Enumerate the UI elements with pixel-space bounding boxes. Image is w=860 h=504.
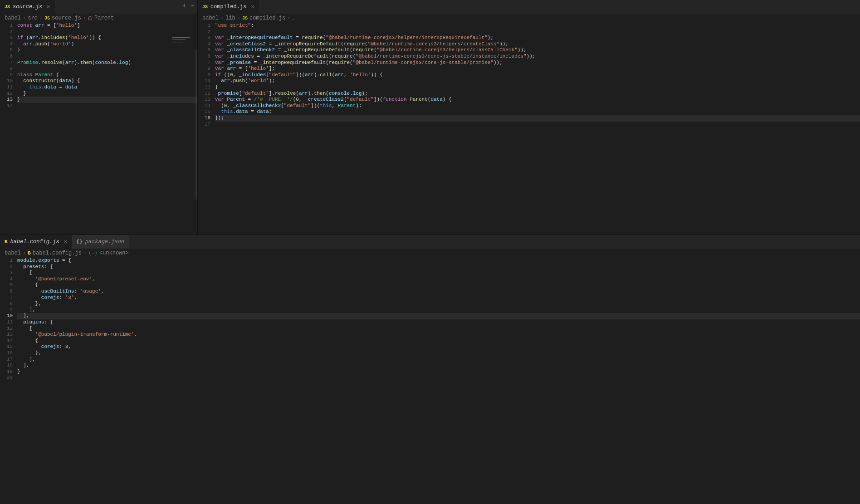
code-line[interactable]: var Parent = /*#__PURE__*/(0, _createCla… xyxy=(215,97,860,103)
code-lines[interactable]: "use strict"; var _interopRequireDefault… xyxy=(215,23,860,235)
code-line[interactable]: ], xyxy=(17,313,860,319)
line-number: 6 xyxy=(0,54,13,60)
tab-package-json[interactable]: {} package.json xyxy=(72,235,129,249)
code-line[interactable] xyxy=(17,66,197,72)
code-area-source[interactable]: 1234567891011121314 const arr = ['hello'… xyxy=(0,23,197,235)
code-area-compiled[interactable]: 1234567891011121314151617 "use strict"; … xyxy=(198,23,860,235)
code-line[interactable]: var _promise = _interopRequireDefault(re… xyxy=(215,60,860,66)
symbol-icon: {·} xyxy=(88,250,98,256)
crumb[interactable]: … xyxy=(292,15,295,21)
crumb[interactable]: babel xyxy=(5,15,21,21)
code-line[interactable]: _promise["default"].resolve(arr).then(co… xyxy=(215,91,860,97)
code-line[interactable]: ], xyxy=(17,362,860,369)
code-line[interactable]: if ((0, _includes["default"])(arr).call(… xyxy=(215,72,860,78)
code-line[interactable] xyxy=(17,375,860,381)
class-icon: ⬡ xyxy=(88,15,93,21)
code-line[interactable]: var arr = ['hello']; xyxy=(215,66,860,72)
line-number: 11 xyxy=(0,319,13,326)
crumb[interactable]: source.js xyxy=(52,15,81,21)
code-line[interactable]: [ xyxy=(17,326,860,332)
line-number: 14 xyxy=(0,103,13,109)
line-number: 9 xyxy=(0,72,13,78)
code-line[interactable]: presets: [ xyxy=(17,264,860,270)
code-line[interactable]: "use strict"; xyxy=(215,23,860,29)
code-line[interactable]: var _createClass2 = _interopRequireDefau… xyxy=(215,41,860,48)
code-line[interactable]: } xyxy=(17,369,860,375)
code-line[interactable]: module.exports = { xyxy=(17,258,860,264)
code-line[interactable]: const arr = ['hello'] xyxy=(17,23,197,29)
scrollbar-thumb[interactable] xyxy=(195,50,197,200)
close-icon[interactable]: × xyxy=(62,239,68,245)
code-line[interactable] xyxy=(215,29,860,35)
code-lines[interactable]: const arr = ['hello'] if (arr.includes('… xyxy=(17,23,197,235)
tab-compiled-js[interactable]: JS compiled.js × xyxy=(198,0,259,14)
close-icon[interactable]: × xyxy=(45,4,50,10)
code-line[interactable]: ], xyxy=(17,307,860,313)
crumb[interactable]: babel xyxy=(202,15,219,21)
code-line[interactable]: arr.push('world') xyxy=(17,41,197,48)
code-line[interactable]: (0, _classCallCheck2["default"])(this, P… xyxy=(215,103,860,109)
gutter: 1234567891011121314151617181920 xyxy=(0,258,17,504)
line-number: 11 xyxy=(198,84,210,91)
code-line[interactable]: useBuiltIns: 'usage', xyxy=(17,289,860,295)
code-line[interactable]: } xyxy=(17,97,197,103)
code-line[interactable]: var _classCallCheck2 = _interopRequireDe… xyxy=(215,47,860,54)
line-number: 13 xyxy=(198,97,210,103)
code-line[interactable]: } xyxy=(215,84,860,91)
code-lines[interactable]: module.exports = { presets: [ [ '@babel/… xyxy=(17,258,860,504)
minimap[interactable] xyxy=(172,37,195,73)
more-icon[interactable]: ⋯ xyxy=(191,2,195,10)
code-area-config[interactable]: 1234567891011121314151617181920 module.e… xyxy=(0,258,860,504)
code-line[interactable] xyxy=(215,122,860,128)
split-right-icon[interactable]: ⫞ xyxy=(182,2,186,10)
code-line[interactable]: }); xyxy=(215,115,860,122)
code-line[interactable]: { xyxy=(17,338,860,344)
crumb[interactable]: compiled.js xyxy=(249,15,285,21)
line-number: 15 xyxy=(198,109,210,115)
close-icon[interactable]: × xyxy=(249,4,254,10)
code-line[interactable]: [ xyxy=(17,270,860,276)
code-line[interactable]: ], xyxy=(17,357,860,363)
code-line[interactable] xyxy=(17,54,197,60)
code-line[interactable]: '@babel/plugin-transform-runtime', xyxy=(17,332,860,338)
code-line[interactable]: }, xyxy=(17,301,860,307)
code-line[interactable]: plugins: [ xyxy=(17,319,860,326)
code-line[interactable]: arr.push('world'); xyxy=(215,78,860,84)
code-line[interactable]: } xyxy=(17,47,197,54)
code-line[interactable]: var _includes = _interopRequireDefault(r… xyxy=(215,54,860,60)
pane-source: JS source.js × ⫞ ⋯ babel› src› JSsource.… xyxy=(0,0,198,235)
crumb[interactable]: babel.config.js xyxy=(33,250,82,256)
breadcrumb-config[interactable]: babel› Bbabel.config.js› {·}<unknown> xyxy=(0,249,860,258)
crumb[interactable]: Parent xyxy=(94,15,114,21)
line-number: 14 xyxy=(198,103,210,109)
line-number: 8 xyxy=(0,66,13,72)
code-line[interactable]: { xyxy=(17,282,860,289)
editor-actions: ⫞ ⋯ xyxy=(182,2,195,10)
crumb[interactable]: lib xyxy=(225,15,235,21)
breadcrumb-source[interactable]: babel› src› JSsource.js› ⬡Parent xyxy=(0,14,197,23)
code-line[interactable]: Promise.resolve(arr).then(console.log) xyxy=(17,60,197,66)
code-line[interactable]: '@babel/preset-env', xyxy=(17,276,860,283)
code-line[interactable]: this.data = data; xyxy=(215,109,860,115)
crumb[interactable]: src xyxy=(28,15,38,21)
code-line[interactable] xyxy=(17,29,197,35)
code-line[interactable]: if (arr.includes('hello')) { xyxy=(17,35,197,41)
code-line[interactable]: corejs: '3', xyxy=(17,295,860,301)
crumb[interactable]: <unknown> xyxy=(99,250,129,256)
code-line[interactable]: } xyxy=(17,91,197,97)
line-number: 20 xyxy=(0,375,13,381)
code-line[interactable]: }, xyxy=(17,350,860,357)
code-line[interactable]: corejs: 3, xyxy=(17,344,860,350)
line-number: 7 xyxy=(0,295,13,301)
tab-babel-config[interactable]: B babel.config.js × xyxy=(0,235,72,249)
code-line[interactable]: var _interopRequireDefault = require("@b… xyxy=(215,35,860,41)
breadcrumb-compiled[interactable]: babel› lib› JScompiled.js› … xyxy=(198,14,860,23)
code-line[interactable]: constructor(data) { xyxy=(17,78,197,84)
line-number: 3 xyxy=(198,35,210,41)
line-number: 13 xyxy=(0,97,13,103)
crumb[interactable]: babel xyxy=(5,250,21,256)
code-line[interactable]: this.data = data xyxy=(17,84,197,91)
code-line[interactable]: class Parent { xyxy=(17,72,197,78)
code-line[interactable] xyxy=(17,103,197,109)
tab-source-js[interactable]: JS source.js × xyxy=(0,0,55,14)
